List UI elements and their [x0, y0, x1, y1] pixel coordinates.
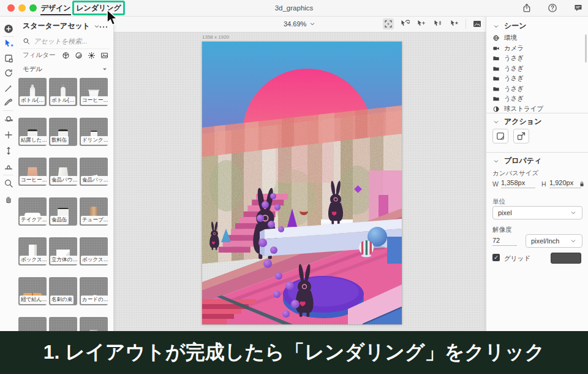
folder-icon: [492, 55, 500, 62]
asset-thumbnail-bottle[interactable]: ボトル(…: [18, 78, 47, 106]
assets-panel-header[interactable]: スターターアセット: [23, 21, 100, 31]
width-label: W: [492, 180, 499, 188]
asset-label: 名刺の束: [50, 296, 74, 304]
resolution-unit-dropdown[interactable]: pixel/Inch: [526, 234, 582, 248]
assets-panel-title: スターターアセット: [23, 21, 90, 31]
filter-model-icon[interactable]: [62, 52, 70, 59]
zoom-control[interactable]: 34.69%: [284, 16, 316, 32]
scene-item-label: うさぎ: [504, 74, 524, 83]
resolution-field[interactable]: 72: [492, 237, 517, 246]
render-preview-button[interactable]: [492, 129, 508, 143]
toolbar-divider: [3, 110, 13, 111]
pan-cursor-icon: [417, 19, 426, 29]
canvas-area[interactable]: 1358 x 1920: [113, 32, 486, 331]
actions-section-header[interactable]: アクション: [492, 116, 541, 127]
pan-cross-tool[interactable]: [3, 129, 14, 140]
sampler-tool[interactable]: [3, 97, 14, 108]
scene-item-label: うさぎ: [504, 54, 524, 63]
lock-icon[interactable]: [578, 179, 586, 186]
height-field[interactable]: 1,920px: [549, 179, 581, 188]
dolly-tool[interactable]: [3, 145, 14, 156]
asset-thumbnail-mat[interactable]: [49, 317, 77, 331]
asset-thumbnail-foodcan[interactable]: 食品缶: [49, 197, 77, 226]
viewport-toolbar: 34.69%: [113, 16, 486, 32]
filter-image-icon[interactable]: [100, 52, 108, 59]
marquee-tool[interactable]: [3, 53, 14, 64]
unit-dropdown[interactable]: pixel: [492, 206, 582, 219]
asset-thumbnail-bin[interactable]: [80, 317, 108, 331]
asset-search-input[interactable]: アセットを検索...: [23, 36, 107, 47]
horizon-tool[interactable]: [3, 161, 14, 172]
asset-thumbnail-tallbox[interactable]: ボックス…: [18, 237, 47, 265]
hand-tool[interactable]: [3, 193, 14, 204]
chevron-down-icon: [492, 23, 500, 30]
model-section-header[interactable]: モデル: [23, 65, 108, 74]
asset-label: 飲料缶: [50, 136, 69, 145]
asset-thumbnail-tiedbox[interactable]: 紐で結ん…: [18, 277, 47, 305]
asset-thumbnail-wedge[interactable]: ボックス…: [80, 237, 108, 265]
scene-item-usagi-4[interactable]: うさぎ: [492, 74, 584, 83]
scene-item-usagi-5[interactable]: うさぎ: [492, 84, 584, 94]
magic-wand-tool[interactable]: [3, 83, 14, 94]
asset-thumbnail-tube[interactable]: チューブ…: [80, 197, 108, 226]
asset-thumbnail-can[interactable]: 飲料缶: [49, 118, 77, 146]
asset-thumbnail-cardstack[interactable]: 名刺の束: [49, 277, 77, 305]
asset-thumbnail-cup[interactable]: コーヒー…: [80, 78, 108, 106]
artwork-svg: [202, 42, 402, 324]
asset-label: 食品缶: [50, 216, 69, 224]
asset-grid: ボトル(…ボトル(…コーヒー…結露した…飲料缶ドリンク…コーヒー…食品パウ…食品…: [18, 78, 111, 331]
zoom-tool[interactable]: [3, 178, 14, 189]
select-move-tool[interactable]: [3, 38, 14, 49]
add-tool[interactable]: [3, 23, 14, 34]
select-region-tool[interactable]: [383, 18, 394, 29]
share-icon[interactable]: [522, 3, 532, 13]
camera-icon: [492, 45, 500, 52]
match-image-icon: [472, 19, 482, 29]
divider: [486, 113, 588, 113]
asset-thumbnail-packet[interactable]: 食品パッ…: [80, 158, 108, 186]
asset-thumbnail-pouch[interactable]: 食品パウ…: [49, 158, 77, 186]
rotate-tool[interactable]: [3, 67, 14, 78]
asset-thumbnail-cube[interactable]: 立方体の…: [49, 237, 77, 265]
scene-item-usagi-3[interactable]: うさぎ: [492, 64, 584, 74]
share-3d-button[interactable]: [513, 129, 529, 143]
chevron-down-icon: [570, 209, 577, 216]
asset-thumbnail-can[interactable]: 結露した…: [18, 118, 47, 146]
feedback-icon[interactable]: [573, 3, 583, 13]
asset-thumbnail-clamshell[interactable]: テイクア…: [18, 197, 47, 226]
asset-label: 結露した…: [20, 136, 47, 145]
scene-item-label: 球ストライプ: [504, 105, 543, 113]
asset-thumbnail-drinkbox[interactable]: ドリンク…: [80, 118, 108, 146]
filter-icons: [62, 52, 108, 59]
orbit-cursor-tool[interactable]: [399, 18, 410, 29]
grid-checkbox[interactable]: ✓: [492, 254, 500, 261]
scene-item-usagi-6[interactable]: うさぎ: [492, 94, 584, 104]
asset-thumbnail-cards[interactable]: カードの…: [80, 277, 108, 305]
width-field[interactable]: 1,358px: [501, 179, 535, 188]
zoom-level: 34.69%: [284, 20, 306, 28]
scene-item-item-1[interactable]: カメラ: [492, 44, 584, 53]
scene-item-usagi-2[interactable]: うさぎ: [492, 53, 584, 63]
pan-cursor-tool[interactable]: [416, 18, 427, 29]
asset-thumbnail-coffeebag[interactable]: コーヒー…: [18, 158, 47, 186]
canvas-artwork[interactable]: [202, 42, 402, 324]
scene-scrollbar[interactable]: [585, 34, 587, 63]
orbit-tool[interactable]: [3, 113, 14, 124]
filter-material-icon[interactable]: [75, 52, 83, 59]
match-image-tool[interactable]: [472, 18, 483, 29]
properties-section-header[interactable]: プロパティ: [492, 156, 541, 166]
scene-section-header[interactable]: シーン: [492, 21, 527, 31]
dolly-cursor-tool[interactable]: [432, 18, 443, 29]
star-cursor-tool[interactable]: [449, 18, 460, 29]
asset-thumbnail-paper[interactable]: [18, 317, 47, 331]
folder-icon: [492, 75, 500, 82]
scene-item-item-0[interactable]: 環境: [492, 33, 584, 43]
grid-color-swatch[interactable]: [551, 253, 581, 264]
add-icon: [4, 24, 13, 34]
asset-label: 紐で結ん…: [20, 296, 47, 304]
filter-light-icon[interactable]: [88, 52, 96, 59]
asset-thumbnail-bottle2[interactable]: ボトル(…: [49, 78, 77, 106]
marquee-icon: [4, 53, 13, 63]
camera-tools: [383, 18, 483, 29]
help-icon[interactable]: [548, 3, 557, 13]
